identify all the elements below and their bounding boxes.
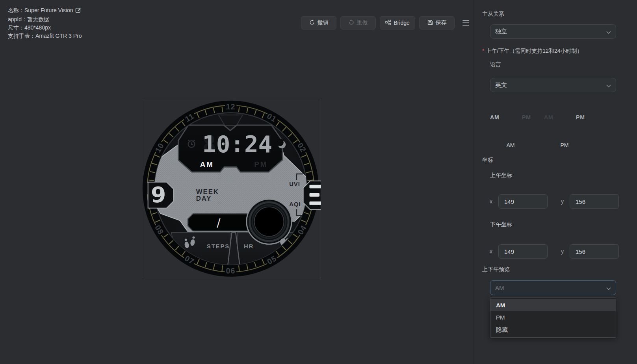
edit-name-icon[interactable] (75, 7, 81, 15)
required-mark: * (482, 48, 484, 54)
undo-icon (309, 20, 315, 26)
device-label: 支持手表： (8, 33, 35, 39)
properties-panel: 主从关系 独立 *上午/下午（需同时支持12和24小时制） 语言 英文 AM P… (473, 0, 637, 364)
master-slave-value: 独立 (495, 28, 606, 35)
bezel-tick (222, 265, 223, 271)
crown-knob (247, 199, 292, 244)
bezel-tick (239, 107, 239, 112)
am-coords-label: 上午坐标 (490, 172, 512, 179)
bezel-tick (307, 180, 313, 181)
ampm-preview-dropdown: AM PM 隐藏 (490, 297, 616, 338)
pm-x-label: x (490, 248, 492, 255)
am-image-preview[interactable]: AM PM (490, 114, 531, 120)
size-label: 尺寸： (8, 24, 24, 31)
redo-icon (349, 20, 354, 26)
coords-label: 坐标 (482, 157, 493, 164)
master-slave-label: 主从关系 (482, 11, 504, 18)
ampm-preview-label: 上下午预览 (482, 266, 510, 273)
bezel-tick (149, 180, 154, 181)
meta-size-row: 尺寸：480*480px (8, 24, 82, 32)
bezel-tick (239, 265, 239, 271)
chevron-down-icon (606, 285, 611, 291)
chevron-down-icon (606, 82, 611, 89)
undo-button[interactable]: 撤销 (301, 16, 336, 30)
big-digit-9: 9 (148, 182, 174, 208)
name-value: Super Future Vision (24, 7, 73, 13)
bezel-number: 12 (226, 102, 236, 111)
pm-image-am-text: AM (544, 114, 553, 120)
ampm-preview-value: AM (495, 285, 606, 291)
meta-name-row: 名称：Super Future Vision (8, 6, 82, 15)
dropdown-option-pm[interactable]: PM (490, 311, 616, 323)
project-meta: 名称：Super Future Vision appId：暂无数据 尺寸：480… (8, 6, 82, 40)
date-box (188, 214, 255, 231)
pm-x-input[interactable] (498, 244, 548, 259)
device-value: Amazfit GTR 3 Pro (35, 33, 82, 39)
size-value: 480*480px (24, 24, 51, 31)
pm-caption: PM (544, 142, 585, 148)
am-x-input[interactable] (498, 194, 548, 209)
big-digit-3 (303, 181, 321, 210)
language-select[interactable]: 英文 (490, 78, 616, 92)
ampm-preview-select[interactable]: AM (490, 280, 616, 295)
meta-appid-row: appId：暂无数据 (8, 15, 82, 24)
ampm-section-text: 上午/下午（需同时支持12和24小时制） (486, 48, 582, 54)
save-label: 保存 (436, 19, 447, 26)
pm-y-input[interactable] (570, 244, 619, 259)
am-coords-row: x y (490, 194, 619, 209)
toolbar: 撤销 重做 Bridge 保存 (301, 16, 470, 30)
undo-label: 撤销 (318, 19, 329, 26)
chevron-down-icon (606, 28, 611, 35)
save-icon (427, 20, 433, 26)
uvi-label: UVI (289, 181, 300, 187)
meta-device-row: 支持手表：Amazfit GTR 3 Pro (8, 32, 82, 40)
am-caption: AM (490, 142, 531, 148)
aqi-label: AQI (289, 201, 301, 207)
weekday-label-2: DAY (196, 195, 212, 202)
pm-image-preview[interactable]: AM PM (544, 114, 585, 120)
redo-button[interactable]: 重做 (340, 16, 376, 30)
watchface-preview: 12010204050607081011 8 10:24 (139, 97, 321, 279)
bezel-tick (222, 107, 223, 112)
master-slave-select[interactable]: 独立 (490, 24, 616, 39)
pm-y-label: y (561, 248, 564, 255)
pm-coords-row: x y (490, 244, 619, 259)
pm-coords-label: 下午坐标 (490, 221, 512, 228)
am-image-am-text: AM (490, 114, 500, 120)
language-label: 语言 (490, 61, 501, 68)
appid-value: 暂无数据 (27, 16, 49, 22)
dropdown-option-am[interactable]: AM (490, 299, 616, 311)
hr-label: HR (244, 243, 254, 249)
date-placeholder: / (217, 216, 221, 229)
watchface-canvas[interactable]: 12010204050607081011 8 10:24 (142, 99, 321, 278)
dropdown-option-hide[interactable]: 隐藏 (490, 323, 616, 336)
bridge-icon (385, 20, 391, 26)
bridge-label: Bridge (394, 20, 409, 26)
am-y-label: y (561, 198, 564, 205)
time-display: 10:24 (202, 131, 272, 158)
svg-text:9: 9 (151, 182, 166, 207)
redo-label: 重做 (357, 19, 368, 26)
ampm-section-label: *上午/下午（需同时支持12和24小时制） (482, 48, 583, 55)
am-indicator: AM (200, 160, 214, 168)
bridge-button[interactable]: Bridge (380, 16, 415, 30)
save-button[interactable]: 保存 (419, 16, 455, 30)
am-x-label: x (490, 198, 492, 205)
am-y-input[interactable] (570, 194, 619, 209)
steps-label: STEPS (207, 243, 230, 249)
menu-icon[interactable] (462, 18, 470, 27)
name-label: 名称： (8, 7, 24, 13)
pm-image-pm-text: PM (576, 114, 585, 120)
appid-label: appId： (8, 16, 27, 22)
am-image-pm-text: PM (522, 114, 531, 120)
pm-indicator: PM (254, 160, 267, 168)
bezel-number: 06 (226, 266, 236, 275)
language-value: 英文 (495, 81, 606, 89)
